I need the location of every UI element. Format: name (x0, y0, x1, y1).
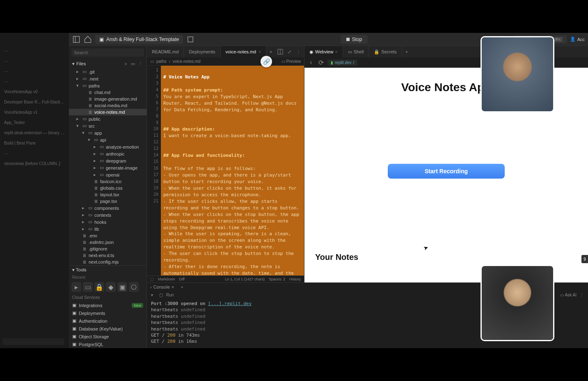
file-next-env.d.ts[interactable]: 🗎next-env.d.ts (69, 252, 146, 259)
file-favicon.ico[interactable]: 🗎favicon.ico (69, 178, 146, 185)
link-badge-icon[interactable]: 🔗 (261, 56, 272, 67)
ask-ai-button[interactable]: ▭ Ask AI (560, 293, 577, 297)
preview-toggle[interactable]: ▭ Preview (281, 59, 301, 64)
cloud-item-postgresql[interactable]: ▣PostgreSQL (69, 340, 146, 348)
os-sidebar-item[interactable]: Build | Beat Pane (2, 138, 66, 148)
folder-.next[interactable]: ▸▭.next (69, 75, 146, 82)
tab-secrets[interactable]: 🔒 Secrets (369, 46, 402, 57)
home-icon[interactable] (84, 35, 92, 44)
cloud-item-authentication[interactable]: ▣Authentication (69, 317, 146, 325)
side-badge[interactable]: 9 (581, 255, 588, 263)
tab-shell[interactable]: ▭ Shell (343, 46, 369, 57)
folder-generate-image[interactable]: ▸▭generate-image (69, 164, 146, 171)
tab-deployments[interactable]: Deployments (184, 46, 220, 57)
tab-voice-notes[interactable]: voice-notes.md× (221, 46, 266, 57)
folder-hooks[interactable]: ▸▭hooks (69, 218, 146, 225)
chevron-down-icon[interactable]: ▾ (151, 293, 156, 297)
status-diff[interactable]: Diff (179, 277, 185, 281)
console-more-icon[interactable]: ⋮ (580, 293, 584, 297)
os-sidebar-item[interactable]: Developer Base R... Full-Stack te... (2, 97, 66, 107)
folder-analyze-emotion[interactable]: ▸▭analyze-emotion (69, 143, 146, 150)
file-image-generation.md[interactable]: 🗎image-generation.md (69, 96, 146, 102)
folder-api[interactable]: ▾▭api (69, 136, 146, 143)
folder-lib[interactable]: ▸▭lib (69, 225, 146, 232)
tab-webview[interactable]: ◉ Webview × (304, 46, 343, 57)
os-sidebar-item[interactable]: VoiceNotesApp v0 (2, 87, 66, 96)
back-icon[interactable]: ‹ (308, 59, 314, 66)
cloud-item-database-key-value-[interactable]: ▣Database (Key/Value) (69, 325, 146, 333)
status-pos[interactable]: Ln 1, Col 1 (1427 chars) (225, 277, 265, 281)
file-.gitignore[interactable]: 🗎.gitignore (69, 246, 146, 252)
os-sidebar-item[interactable]: VoiceNotesApp v1 (2, 108, 66, 117)
console-tab[interactable]: › Console × (150, 285, 174, 289)
expand-icon[interactable]: ⤢ (286, 48, 293, 55)
folder-paths[interactable]: ▾▭paths (69, 82, 146, 89)
cloud-item-integrations[interactable]: ▣IntegrationsNew (69, 301, 146, 309)
cloud-item-deployments[interactable]: ▣Deployments (69, 309, 146, 317)
file-layout.tsx[interactable]: 🗎layout.tsx (69, 191, 146, 198)
status-history[interactable]: History (289, 277, 301, 281)
folder-deepgram[interactable]: ▸▭deepgram (69, 157, 146, 164)
new-file-icon[interactable]: ＋ (123, 61, 128, 67)
add-tab-button[interactable]: + (266, 49, 275, 54)
folder-public[interactable]: ▸▭public (69, 115, 146, 122)
code-editor[interactable]: 123456789101112131415161718192021 # Voic… (147, 66, 304, 275)
file-search-input[interactable] (71, 48, 144, 57)
os-sidebar-item[interactable]: vinceviews [before COLUMN..] (2, 159, 66, 168)
split-icon[interactable] (277, 48, 284, 55)
more-icon[interactable]: ⋮ (137, 61, 143, 67)
add-preview-tab[interactable]: + (402, 49, 411, 54)
chevron-down-icon[interactable]: ▾ (72, 61, 75, 67)
crumb-folder[interactable]: paths (156, 59, 166, 64)
folder-.git[interactable]: ▸▭.git (69, 68, 146, 75)
reload-icon[interactable]: ⟳ (318, 59, 324, 66)
tool-btn-1[interactable]: ▸ (71, 282, 81, 292)
code-text[interactable]: # Voice Notes App ## Path system prompt:… (161, 66, 304, 275)
file-chat.md[interactable]: 🗎chat.md (69, 89, 146, 96)
os-sidebar-item[interactable]: — (2, 56, 66, 66)
tool-btn-3[interactable]: 🔒 (94, 282, 104, 292)
url-bar[interactable]: ▮ replit.dev / (327, 60, 357, 66)
os-sidebar-item[interactable]: — (2, 46, 66, 55)
person-icon: 👤 (570, 37, 576, 42)
os-sidebar-item[interactable]: — (2, 149, 66, 158)
file-.env[interactable]: 🗎.env (69, 232, 146, 239)
status-lang[interactable]: Markdown (158, 277, 175, 281)
tool-btn-6[interactable]: ⎔ (129, 282, 139, 292)
folder-contexts[interactable]: ▸▭contexts (69, 211, 146, 218)
os-sidebar-item[interactable]: — (2, 67, 66, 76)
folder-components[interactable]: ▸▭components (69, 204, 146, 211)
file-social-media.md[interactable]: 🗎social-media.md (69, 102, 146, 109)
add-console-tab[interactable]: + (178, 285, 185, 289)
close-icon[interactable]: × (335, 49, 337, 54)
os-sidebar-item[interactable]: App_Tester (2, 118, 66, 127)
search-shortcut: ⌘K (553, 37, 563, 42)
file-page.tsx[interactable]: 🗎page.tsx (69, 198, 146, 204)
file-voice-notes.md[interactable]: 🗎voice-notes.md (69, 109, 146, 115)
file-next.config.mjs[interactable]: 🗎next.config.mjs (69, 259, 146, 265)
crumb-file[interactable]: voice-notes.md (173, 59, 201, 64)
tab-readme[interactable]: README.md (147, 46, 184, 57)
new-folder-icon[interactable]: ▭ (130, 61, 136, 67)
panel-toggle-icon[interactable] (72, 35, 80, 44)
stop-button[interactable]: Stop (341, 35, 368, 44)
os-sidebar-item[interactable]: replit-desk-extension — binary & .thing (2, 128, 66, 138)
file-.eslintrc.json[interactable]: 🗎.eslintrc.json (69, 239, 146, 246)
cloud-item-object-storage[interactable]: ▣Object Storage (69, 333, 146, 340)
more-icon[interactable]: ⋮ (295, 48, 302, 55)
tool-btn-2[interactable]: ▭ (83, 282, 93, 292)
folder-openai[interactable]: ▸▭openai (69, 171, 146, 178)
account-button[interactable]: 👤 Acc (570, 37, 585, 42)
tool-btn-5[interactable]: ▣ (117, 282, 127, 292)
close-icon[interactable]: × (259, 50, 261, 54)
tool-btn-4[interactable]: ◆ (106, 282, 116, 292)
folder-anthropic[interactable]: ▸▭anthropic (69, 150, 146, 157)
folder-src[interactable]: ▾▭src (69, 122, 146, 129)
start-recording-button[interactable]: Start Recording (388, 164, 505, 179)
file-globals.css[interactable]: 🗎globals.css (69, 185, 146, 191)
folder-app[interactable]: ▾▭app (69, 129, 146, 136)
dropdown-icon[interactable] (186, 35, 194, 44)
project-breadcrumb[interactable]: ▣ Ansh & Riley Full-Stack Template (95, 35, 183, 44)
os-sidebar-item[interactable]: — (2, 77, 66, 86)
status-spaces[interactable]: Spaces: 2 (269, 277, 285, 281)
